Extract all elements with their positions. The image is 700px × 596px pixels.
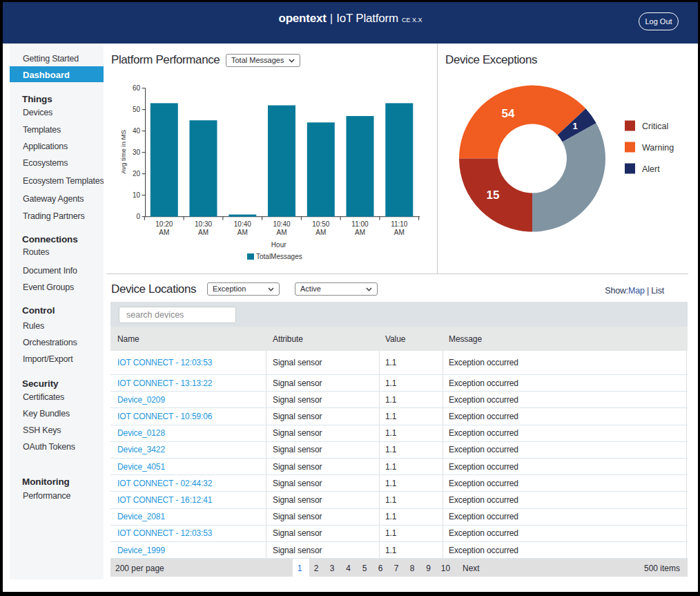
- svg-text:11:00: 11:00: [351, 220, 369, 228]
- svg-text:40: 40: [133, 127, 141, 135]
- svg-text:AM: AM: [315, 229, 326, 236]
- svg-text:10:20: 10:20: [155, 220, 173, 228]
- svg-text:50: 50: [133, 106, 141, 113]
- svg-text:Alert: Alert: [642, 164, 660, 174]
- svg-text:AM: AM: [237, 229, 248, 236]
- svg-text:AM: AM: [355, 229, 365, 236]
- svg-text:10: 10: [133, 191, 141, 199]
- svg-text:AM: AM: [159, 229, 169, 236]
- svg-text:Avg time in MS: Avg time in MS: [119, 130, 127, 174]
- svg-text:AM: AM: [277, 229, 287, 236]
- svg-text:30: 30: [133, 148, 141, 156]
- svg-text:10:40: 10:40: [234, 220, 251, 228]
- svg-text:AM: AM: [198, 229, 208, 236]
- svg-text:10:50: 10:50: [312, 220, 329, 228]
- svg-text:60: 60: [133, 84, 141, 92]
- svg-text:Hour: Hour: [271, 241, 286, 249]
- svg-text:1: 1: [572, 121, 577, 131]
- svg-text:11:10: 11:10: [391, 220, 408, 228]
- svg-text:15: 15: [487, 189, 500, 202]
- svg-text:Warning: Warning: [642, 143, 674, 153]
- svg-text:TotalMessages: TotalMessages: [256, 253, 302, 260]
- svg-text:AM: AM: [394, 229, 405, 236]
- svg-text:0: 0: [136, 213, 140, 220]
- svg-text:10:30: 10:30: [195, 220, 212, 228]
- svg-text:20: 20: [133, 170, 141, 177]
- svg-text:54: 54: [502, 107, 515, 120]
- svg-text:Critical: Critical: [642, 122, 668, 131]
- svg-text:10:40: 10:40: [273, 220, 290, 228]
